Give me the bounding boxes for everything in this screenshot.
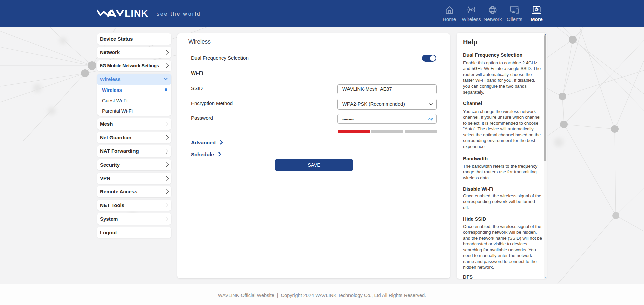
svg-text:LINK: LINK (125, 8, 148, 18)
